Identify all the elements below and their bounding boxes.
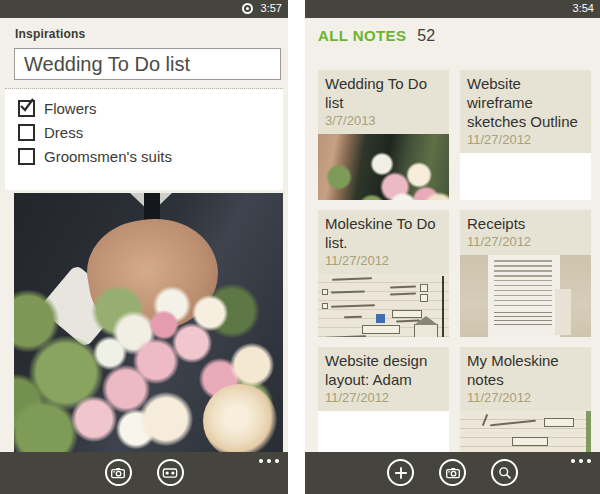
tile-date: 3/7/2013	[325, 113, 442, 129]
flower-blob	[71, 396, 117, 442]
tile-header: My Moleskine notes 11/27/2012	[460, 347, 591, 411]
status-bar: 3:54	[305, 0, 600, 18]
note-title-value: Wedding To Do list	[15, 49, 280, 76]
checklist-panel: Flowers Dress Groomsmen's suits	[5, 89, 283, 190]
tile-thumbnail-blank	[460, 153, 591, 200]
tile-thumbnail-notes	[460, 411, 591, 452]
camera-button[interactable]	[439, 459, 466, 486]
checkbox-icon[interactable]	[18, 124, 35, 141]
tile-date: 11/27/2012	[325, 390, 442, 406]
app-bar	[305, 452, 600, 494]
tile-header: Website design layout: Adam 11/27/2012	[318, 347, 449, 411]
notes-header: ALL NOTES 52	[318, 27, 435, 45]
tile-thumbnail-receipt	[460, 255, 591, 337]
section-title: Inspirations	[15, 27, 85, 41]
tile-thumbnail-blank	[318, 411, 449, 452]
note-tile-moleskine-to-do[interactable]: Moleskine To Do list. 11/27/2012	[318, 210, 449, 337]
tile-title: Website wireframe sketches Outline	[467, 74, 584, 131]
search-icon	[496, 464, 514, 482]
tile-date: 11/27/2012	[467, 234, 584, 250]
tile-header: Receipts 11/27/2012	[460, 210, 591, 255]
note-tile-wedding-to-do[interactable]: Wedding To Do list 3/7/2013	[318, 70, 449, 200]
more-icon[interactable]	[259, 459, 279, 463]
checklist-item-flowers[interactable]: Flowers	[18, 96, 283, 120]
checklist-item-label: Flowers	[44, 100, 97, 117]
screenshot-canvas: 3:57 Inspirations Wedding To Do list Flo…	[0, 0, 600, 494]
wedding-bouquet-photo[interactable]	[14, 193, 283, 452]
flower-blob	[139, 392, 193, 446]
voice-memo-button[interactable]	[157, 459, 184, 486]
add-icon	[392, 464, 410, 482]
flower-blob	[172, 323, 212, 363]
tile-title: Wedding To Do list	[325, 74, 442, 112]
tile-header: Wedding To Do list 3/7/2013	[318, 70, 449, 134]
checkbox-checked-icon[interactable]	[18, 100, 35, 117]
tile-header: Website wireframe sketches Outline 11/27…	[460, 70, 591, 153]
clock: 3:57	[261, 2, 282, 14]
tile-title: Moleskine To Do list.	[325, 214, 442, 252]
tile-date: 11/27/2012	[467, 132, 584, 148]
add-button[interactable]	[387, 459, 414, 486]
all-notes-screen: 3:54 ALL NOTES 52 Wedding To Do list 3/7…	[305, 0, 600, 494]
more-icon[interactable]	[571, 459, 591, 463]
app-bar	[0, 452, 288, 494]
note-tile-receipts[interactable]: Receipts 11/27/2012	[460, 210, 591, 337]
search-button[interactable]	[491, 459, 518, 486]
tile-thumbnail-sketch	[318, 274, 449, 337]
checklist-item-label: Groomsmen's suits	[44, 148, 172, 165]
camera-button[interactable]	[105, 459, 132, 486]
tile-date: 11/27/2012	[467, 390, 584, 406]
location-indicator-icon	[242, 3, 253, 14]
tile-title: My Moleskine notes	[467, 351, 584, 389]
tile-thumbnail-bouquet	[318, 134, 449, 200]
note-tile-my-moleskine-notes[interactable]: My Moleskine notes 11/27/2012	[460, 347, 591, 452]
clock: 3:54	[573, 2, 594, 14]
note-title-input[interactable]: Wedding To Do list	[14, 48, 281, 80]
camera-icon	[109, 464, 127, 482]
flower-blob	[230, 343, 274, 387]
checklist-item-groomsmens-suits[interactable]: Groomsmen's suits	[18, 144, 283, 168]
note-editor-screen: 3:57 Inspirations Wedding To Do list Flo…	[0, 0, 288, 494]
checklist-item-label: Dress	[44, 124, 83, 141]
notes-count: 52	[417, 27, 435, 45]
all-notes-title: ALL NOTES	[318, 27, 406, 44]
sketch-blue-check-icon	[376, 314, 385, 323]
checkbox-icon[interactable]	[18, 148, 35, 165]
tile-title: Website design layout: Adam	[325, 351, 442, 389]
flower-blob	[203, 384, 277, 452]
tile-header: Moleskine To Do list. 11/27/2012	[318, 210, 449, 274]
camera-icon	[444, 464, 462, 482]
voice-memo-icon	[161, 464, 179, 482]
note-tile-website-design[interactable]: Website design layout: Adam 11/27/2012	[318, 347, 449, 452]
status-bar: 3:57	[0, 0, 288, 18]
note-tile-website-wireframe[interactable]: Website wireframe sketches Outline 11/27…	[460, 70, 591, 200]
checklist-item-dress[interactable]: Dress	[18, 120, 283, 144]
tile-title: Receipts	[467, 214, 584, 233]
tile-date: 11/27/2012	[325, 253, 442, 269]
